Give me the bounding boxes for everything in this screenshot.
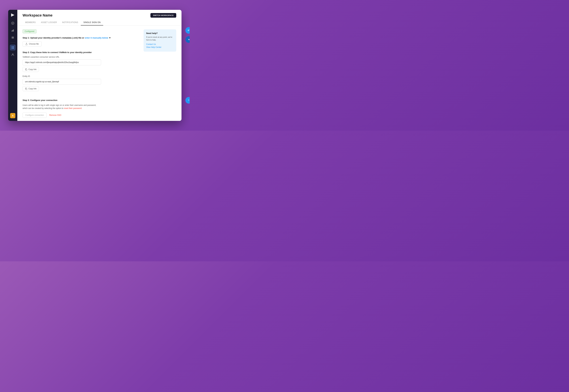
float-buttons: ? [185,10,190,121]
copy-link-button-2[interactable]: Copy link [23,86,39,91]
sidebar-avatar[interactable]: A [10,113,15,118]
copy-link-label-1: Copy link [29,68,36,70]
sidebar-item-profile[interactable] [10,52,16,58]
entity-id-label: Entity ID [23,75,140,77]
tabs: MEMBERS ASSET LOCKER NOTIFICATIONS SINGL… [17,20,181,26]
svg-marker-0 [11,14,15,17]
tab-asset-locker[interactable]: ASSET LOCKER [38,20,60,26]
switch-workspace-button[interactable]: SWITCH WORKSPACE [150,13,176,18]
choose-file-label: Choose file [29,43,39,45]
entity-id-input[interactable] [23,79,101,84]
step3-description: Users will be able to log in with single… [23,104,101,110]
step2-block: Step 2: Copy these links to connect VidM… [23,51,140,94]
svg-rect-16 [26,88,27,90]
svg-rect-8 [12,37,14,38]
svg-point-13 [13,48,14,49]
step3-title: Step 3: Configure your connection [23,99,140,101]
svg-rect-9 [12,38,14,38]
upload-icon [25,43,28,45]
svg-rect-7 [12,37,14,37]
step2-title: Step 2: Copy these links to connect VidM… [23,51,140,54]
remove-sso-button[interactable]: Remove SSO [49,114,61,116]
help-description: If you're stuck at any point, we're here… [146,36,174,41]
page-title: Workspace Name [23,13,52,17]
configure-connection-button[interactable]: Configure connection [23,112,47,118]
step3-block: Step 3: Configure your connection Users … [23,99,140,118]
svg-rect-6 [13,29,14,31]
tab-single-sign-on[interactable]: SINGLE SIGN ON [81,20,103,26]
sidebar-item-analytics[interactable] [10,28,16,33]
svg-rect-15 [26,69,27,70]
choose-file-button[interactable]: Choose file [23,41,42,47]
help-panel: Need help? If you're stuck at any point,… [144,29,176,117]
chat-float-button[interactable] [185,27,190,34]
header: Workspace Name SWITCH WORKSPACE [17,10,181,18]
lightning-icon [187,38,190,41]
step1-title: Step 1: Upload your identity provider's … [23,37,140,39]
enter-manually-link[interactable]: enter it manually below [85,37,108,39]
action-row: Configure connection Remove SSO [23,112,140,118]
help-title: Need help? [146,32,174,34]
copy-icon-1 [25,69,27,70]
view-help-center-link[interactable]: View Help Center [146,46,174,48]
copy-link-label-2: Copy link [29,87,36,90]
sidebar-divider [10,42,15,43]
help-float-button[interactable]: ? [185,97,190,104]
acs-url-input[interactable] [23,59,101,65]
reset-password-link[interactable]: reset their password. [64,107,82,110]
acs-label: VidMob's assertion consumer service URL [23,56,140,58]
copy-link-button-1[interactable]: Copy link [23,67,39,72]
help-card: Need help? If you're stuck at any point,… [144,29,176,52]
chat-icon [187,29,190,32]
svg-point-10 [12,47,13,47]
sidebar-item-integrations[interactable] [10,45,16,50]
svg-text:?: ? [188,99,189,101]
main-content: Workspace Name SWITCH WORKSPACE MEMBERS … [17,10,181,121]
copy-icon-2 [25,88,27,90]
sidebar: A [8,10,17,121]
tab-members[interactable]: MEMBERS [23,20,38,26]
sidebar-logo[interactable] [10,13,15,18]
contact-us-link[interactable]: Contact Us [146,43,174,45]
sidebar-item-layers[interactable] [10,35,16,41]
content-main: Configured Step 1: Upload your identity … [23,29,140,117]
question-icon: ? [187,99,190,102]
lightning-float-button[interactable] [185,36,190,43]
svg-point-12 [12,48,13,49]
svg-rect-4 [12,30,12,31]
tab-notifications[interactable]: NOTIFICATIONS [60,20,81,26]
step1-block: Step 1: Upload your identity provider's … [23,37,140,47]
svg-rect-5 [13,30,13,31]
sidebar-item-add[interactable] [10,20,16,26]
page-body: Configured Step 1: Upload your identity … [17,26,181,121]
status-badge: Configured [23,29,36,33]
svg-point-11 [13,47,14,47]
